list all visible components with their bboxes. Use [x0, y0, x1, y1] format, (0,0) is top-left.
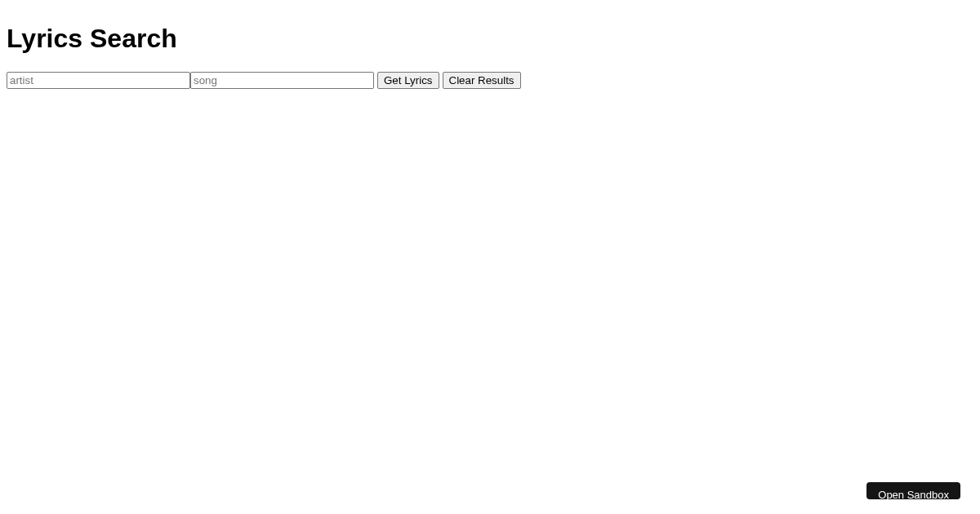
page-title: Lyrics Search: [7, 24, 973, 54]
open-sandbox-button[interactable]: Open Sandbox: [866, 482, 960, 499]
get-lyrics-button[interactable]: Get Lyrics: [377, 72, 439, 89]
clear-results-button[interactable]: Clear Results: [443, 72, 521, 89]
song-input[interactable]: [190, 72, 374, 89]
search-form: Get Lyrics Clear Results: [7, 72, 973, 89]
artist-input[interactable]: [7, 72, 190, 89]
